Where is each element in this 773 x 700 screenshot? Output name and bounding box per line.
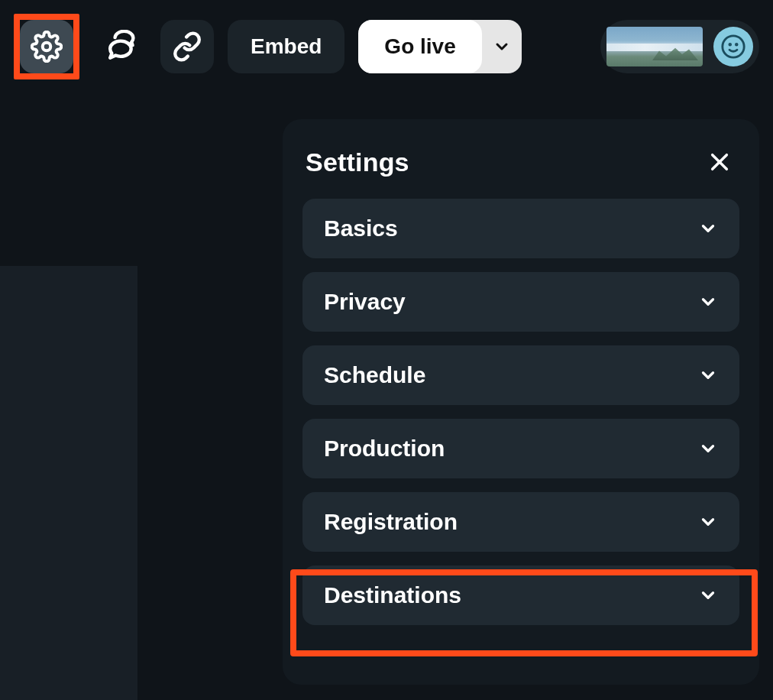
close-button[interactable]	[703, 145, 736, 179]
settings-item-schedule[interactable]: Schedule	[302, 345, 739, 405]
settings-header: Settings	[296, 145, 746, 199]
go-live-button[interactable]: Go live	[358, 20, 481, 73]
chat-button[interactable]	[93, 20, 147, 73]
settings-item-label: Production	[324, 436, 445, 462]
link-icon	[172, 31, 202, 62]
settings-button[interactable]	[20, 20, 73, 73]
link-button[interactable]	[160, 20, 214, 73]
settings-panel: Settings Basics Privacy Schedule	[283, 119, 759, 685]
chevron-down-icon	[698, 219, 718, 238]
chevron-down-icon	[698, 512, 718, 532]
embed-button[interactable]: Embed	[228, 20, 344, 73]
close-icon	[707, 150, 732, 174]
top-toolbar: Embed Go live	[14, 14, 759, 79]
chevron-down-icon	[698, 585, 718, 605]
svg-point-1	[723, 36, 744, 57]
chevron-down-icon	[698, 365, 718, 385]
embed-label: Embed	[251, 34, 322, 59]
gear-highlight	[14, 14, 79, 79]
svg-point-3	[736, 44, 737, 45]
settings-title: Settings	[306, 147, 409, 177]
settings-accordion: Basics Privacy Schedule Production Regis…	[296, 199, 746, 625]
profile-pill[interactable]	[600, 20, 759, 73]
chevron-down-icon	[698, 439, 718, 459]
svg-point-0	[43, 43, 51, 51]
settings-item-destinations[interactable]: Destinations	[302, 566, 739, 625]
face-icon	[720, 34, 746, 60]
settings-item-basics[interactable]: Basics	[302, 199, 739, 258]
settings-item-label: Destinations	[324, 582, 461, 608]
go-live-group: Go live	[358, 20, 521, 73]
go-live-label: Go live	[384, 34, 455, 59]
settings-item-label: Basics	[324, 216, 398, 241]
chevron-down-icon	[698, 292, 718, 312]
avatar	[713, 27, 753, 66]
settings-item-label: Registration	[324, 509, 458, 535]
chat-icon	[103, 30, 137, 63]
settings-item-label: Schedule	[324, 362, 425, 388]
gear-icon	[31, 31, 63, 63]
settings-item-label: Privacy	[324, 289, 406, 315]
stream-thumbnail	[606, 27, 703, 66]
go-live-dropdown[interactable]	[482, 20, 522, 73]
settings-item-production[interactable]: Production	[302, 419, 739, 478]
chevron-down-icon	[493, 37, 511, 56]
svg-point-2	[729, 44, 731, 45]
background-panel	[0, 266, 137, 700]
settings-item-registration[interactable]: Registration	[302, 492, 739, 552]
settings-item-privacy[interactable]: Privacy	[302, 272, 739, 332]
